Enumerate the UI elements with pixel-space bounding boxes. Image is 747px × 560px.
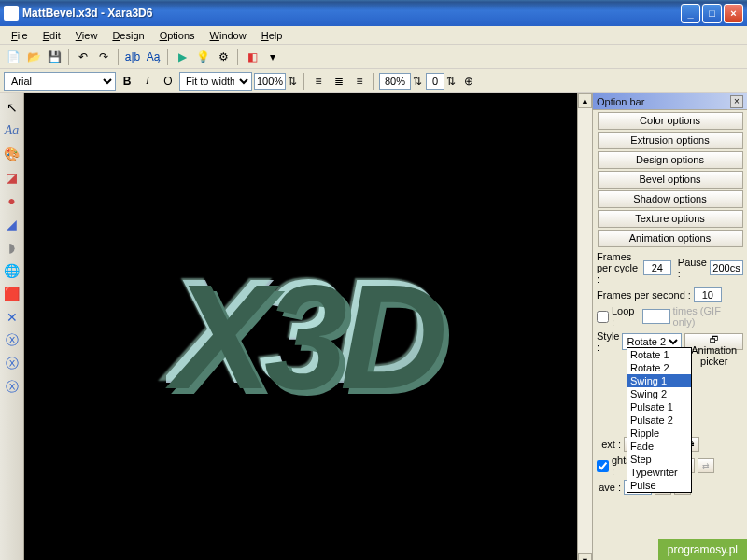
circle-x-icon[interactable]: ⓧ: [2, 330, 22, 351]
frames-per-second-input[interactable]: [694, 287, 722, 302]
style-option-fade[interactable]: Fade: [627, 440, 691, 453]
window-title: MattBevel.x3d - Xara3D6: [22, 7, 681, 20]
outline-button[interactable]: O: [159, 72, 177, 91]
menu-design[interactable]: Design: [105, 28, 151, 43]
align-right-button[interactable]: ≡: [350, 72, 369, 91]
align-left-button[interactable]: ≡: [309, 72, 328, 91]
option-shadow-options[interactable]: Shadow options: [598, 190, 743, 208]
option-texture-options[interactable]: Texture options: [598, 210, 743, 228]
spacing-input[interactable]: [379, 73, 411, 90]
style-option-swing-1[interactable]: Swing 1: [627, 374, 691, 387]
animation-panel: Frames per cycle : Pause : Frames per se…: [597, 251, 743, 495]
style-option-ripple[interactable]: Ripple: [627, 427, 691, 440]
x-logo-icon[interactable]: ✕: [2, 307, 22, 328]
option-bar-panel: Option bar × Color optionsExtrusion opti…: [592, 93, 747, 560]
redo-button[interactable]: ↷: [94, 48, 113, 66]
pause-input[interactable]: [710, 260, 743, 275]
apply-icon[interactable]: ⊕: [459, 72, 478, 91]
maximize-button[interactable]: □: [702, 4, 722, 23]
style-option-pulsate-1[interactable]: Pulsate 1: [627, 400, 691, 413]
option-color-options[interactable]: Color options: [598, 112, 743, 130]
style-option-pulsate-2[interactable]: Pulsate 2: [627, 413, 691, 427]
zoom-spin-icon[interactable]: ⇅: [286, 72, 299, 91]
toolbar-text: Arial B I O Fit to width ⇅ ≡ ≣ ≡ ⇅ ⇅ ⊕: [0, 69, 747, 93]
wave-label: ave :: [597, 482, 621, 493]
separator: [237, 49, 238, 65]
menu-file[interactable]: File: [4, 28, 35, 43]
cursor-icon[interactable]: ↖: [2, 97, 22, 118]
scroll-track[interactable]: [578, 108, 592, 553]
menu-edit[interactable]: Edit: [35, 28, 68, 43]
pause-label: Pause :: [678, 257, 707, 279]
style-option-step[interactable]: Step: [627, 453, 691, 466]
fps-label: Frames per second :: [597, 289, 691, 301]
italic-button[interactable]: I: [138, 72, 157, 91]
circle-x2-icon[interactable]: ⓧ: [2, 354, 22, 374]
style-option-rotate-2[interactable]: Rotate 2: [627, 361, 691, 374]
spacing-spin-icon[interactable]: ⇅: [411, 72, 424, 91]
open-button[interactable]: 📂: [24, 48, 43, 66]
fit-select[interactable]: Fit to width: [179, 72, 252, 91]
bulb-button[interactable]: 💡: [193, 48, 212, 66]
save-button[interactable]: 💾: [45, 48, 63, 66]
option-animation-options[interactable]: Animation options: [598, 230, 743, 247]
frames-per-cycle-input[interactable]: [643, 260, 671, 275]
menu-help[interactable]: Help: [254, 28, 290, 43]
close-button[interactable]: ×: [724, 4, 743, 23]
menu-options[interactable]: Options: [152, 28, 203, 43]
kerning-input[interactable]: [426, 73, 444, 90]
left-toolbar: ↖ Aa 🎨 ◪ ● ◢ ◗ 🌐 🟥 ✕ ⓧ ⓧ ⓧ: [0, 93, 24, 560]
style-dropdown[interactable]: Rotate 1Rotate 2Swing 1Swing 2Pulsate 1P…: [627, 347, 692, 493]
vertical-scrollbar[interactable]: ▲ ▼: [577, 93, 592, 560]
cube-icon[interactable]: ◧: [243, 48, 261, 66]
option-bevel-options[interactable]: Bevel options: [598, 171, 743, 189]
new-button[interactable]: 📄: [4, 48, 22, 66]
circle-x3-icon[interactable]: ⓧ: [2, 377, 22, 398]
align-center-button[interactable]: ≣: [330, 72, 348, 91]
style-label: Style :: [597, 330, 619, 353]
lights-rev-icon: ⇄: [698, 458, 714, 473]
animation-picker-button[interactable]: 🗗 Animation picker: [684, 333, 743, 350]
gear-icon[interactable]: ⚙: [214, 48, 233, 66]
minimize-button[interactable]: _: [681, 4, 700, 23]
align-button[interactable]: a|b: [123, 48, 142, 66]
font-select[interactable]: Arial: [4, 72, 116, 91]
sphere-icon[interactable]: ●: [2, 190, 22, 211]
red-cube-icon[interactable]: 🟥: [2, 284, 22, 304]
style-option-typewriter[interactable]: Typewriter: [627, 466, 691, 479]
undo-button[interactable]: ↶: [74, 48, 92, 66]
kerning-spin-icon[interactable]: ⇅: [444, 72, 458, 91]
loop-hint: times (GIF only): [673, 305, 743, 328]
loop-checkbox[interactable]: [597, 311, 609, 323]
zoom-input[interactable]: [254, 73, 286, 90]
menubar: File Edit View Design Options Window Hel…: [0, 26, 747, 45]
menu-view[interactable]: View: [68, 28, 106, 43]
close-panel-button[interactable]: ×: [730, 95, 743, 108]
loop-label: Loop :: [612, 305, 640, 328]
option-design-options[interactable]: Design options: [598, 151, 743, 169]
style-option-swing-2[interactable]: Swing 2: [627, 387, 691, 400]
text-tool-icon[interactable]: Aa: [2, 120, 22, 141]
bevel-icon[interactable]: ◢: [2, 214, 22, 234]
bold-button[interactable]: B: [118, 72, 136, 91]
separator: [68, 49, 69, 65]
globe-icon[interactable]: 🌐: [2, 260, 22, 281]
menu-window[interactable]: Window: [203, 28, 254, 43]
palette-icon[interactable]: 🎨: [2, 144, 22, 164]
scroll-up-icon[interactable]: ▲: [578, 93, 592, 108]
option-bar-title: Option bar ×: [593, 93, 747, 110]
fpc-label: Frames per cycle :: [597, 251, 641, 285]
separator: [167, 49, 168, 65]
cube-tool-icon[interactable]: ◪: [2, 167, 22, 188]
play-button[interactable]: ▶: [173, 48, 191, 66]
option-extrusion-options[interactable]: Extrusion options: [598, 132, 743, 149]
style-option-pulse[interactable]: Pulse: [627, 479, 691, 492]
scroll-down-icon[interactable]: ▼: [578, 553, 592, 560]
front-only-checkbox[interactable]: [597, 460, 609, 472]
dropdown-icon[interactable]: ▾: [263, 48, 282, 66]
text-button[interactable]: Aą: [144, 48, 162, 66]
separator: [118, 49, 119, 65]
style-option-rotate-1[interactable]: Rotate 1: [627, 348, 691, 361]
shadow-icon[interactable]: ◗: [2, 237, 22, 258]
canvas[interactable]: X3D: [24, 93, 577, 560]
